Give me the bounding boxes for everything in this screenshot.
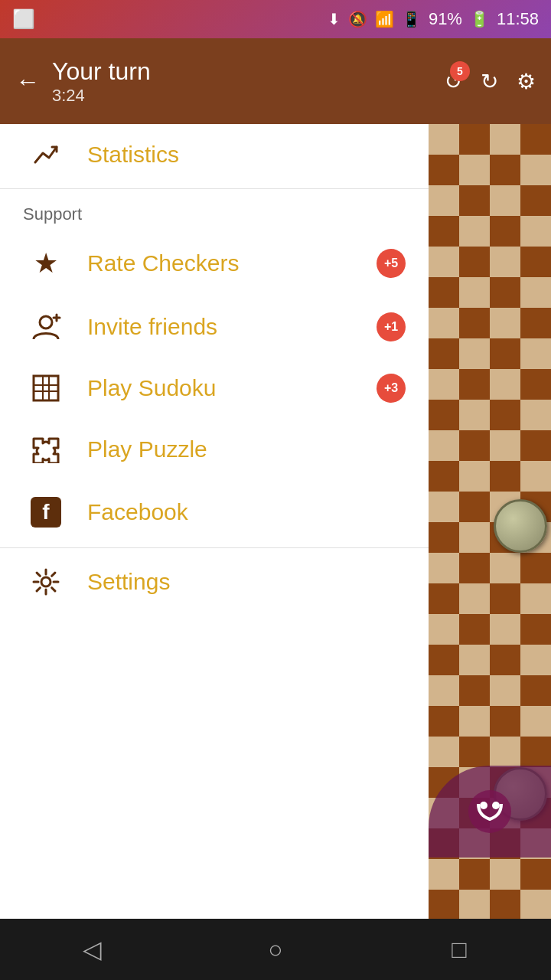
play-puzzle-label: Play Puzzle bbox=[87, 436, 207, 462]
nav-recent-button[interactable]: □ bbox=[429, 919, 490, 980]
mute-icon: 🔕 bbox=[348, 10, 367, 28]
facebook-label: Facebook bbox=[87, 499, 188, 525]
refresh-button[interactable]: ↻ bbox=[481, 69, 498, 94]
wifi-icon: 📶 bbox=[375, 10, 394, 28]
invite-icon bbox=[23, 313, 69, 341]
nav-back-button[interactable]: ◁ bbox=[61, 919, 122, 980]
sudoku-icon bbox=[23, 374, 69, 402]
settings-button[interactable]: ⚙ bbox=[517, 69, 536, 94]
invite-friends-menu-item[interactable]: Invite friends +1 bbox=[0, 296, 429, 358]
app-bar: ← Your turn 3:24 ↺ 5 ↻ ⚙ bbox=[0, 38, 551, 124]
play-sudoku-badge: +3 bbox=[377, 374, 406, 403]
invite-friends-badge: +1 bbox=[377, 312, 406, 341]
app-bar-title-section: Your turn 3:24 bbox=[52, 57, 432, 106]
bluetooth-icon: ⬇ bbox=[328, 10, 341, 28]
divider-1 bbox=[0, 188, 429, 189]
svg-point-10 bbox=[480, 802, 487, 809]
facebook-menu-item[interactable]: f Facebook bbox=[0, 480, 429, 544]
settings-label: Settings bbox=[87, 569, 170, 595]
undo-button[interactable]: ↺ 5 bbox=[445, 69, 462, 94]
svg-point-0 bbox=[40, 316, 52, 328]
battery-icon: 🔋 bbox=[470, 10, 489, 28]
clock: 11:58 bbox=[497, 9, 539, 29]
settings-menu-icon bbox=[23, 568, 69, 596]
play-puzzle-menu-item[interactable]: Play Puzzle bbox=[0, 419, 429, 480]
checker-piece-1 bbox=[494, 499, 547, 553]
svg-point-8 bbox=[41, 577, 51, 586]
puzzle-icon bbox=[23, 436, 69, 463]
refresh-icon: ↻ bbox=[481, 70, 498, 93]
status-bar: ⬜ ⬇ 🔕 📶 📱 91% 🔋 11:58 bbox=[0, 0, 551, 38]
settings-icon: ⚙ bbox=[517, 70, 536, 93]
statistics-icon bbox=[23, 141, 69, 168]
rate-icon: ★ bbox=[23, 247, 69, 279]
back-button[interactable]: ← bbox=[15, 67, 40, 96]
app-bar-actions: ↺ 5 ↻ ⚙ bbox=[445, 69, 536, 94]
svg-point-11 bbox=[492, 802, 500, 809]
play-sudoku-menu-item[interactable]: Play Sudoku +3 bbox=[0, 358, 429, 419]
nav-home-button[interactable]: ○ bbox=[245, 919, 306, 980]
rate-checkers-badge: +5 bbox=[377, 249, 406, 278]
battery-percent: 91% bbox=[429, 9, 462, 29]
svg-point-9 bbox=[468, 790, 511, 833]
svg-rect-3 bbox=[34, 376, 58, 400]
drawer-menu: Statistics Support ★ Rate Checkers +5 In… bbox=[0, 124, 429, 919]
main-content: Statistics Support ★ Rate Checkers +5 In… bbox=[0, 124, 551, 919]
notification-badge: 5 bbox=[450, 61, 470, 81]
nav-recent-icon: □ bbox=[452, 936, 466, 964]
rate-checkers-menu-item[interactable]: ★ Rate Checkers +5 bbox=[0, 230, 429, 296]
statistics-menu-item[interactable]: Statistics bbox=[0, 124, 429, 185]
statistics-label: Statistics bbox=[87, 142, 179, 168]
app-icon: ⬜ bbox=[12, 8, 35, 30]
play-sudoku-label: Play Sudoku bbox=[87, 375, 216, 401]
support-section-label: Support bbox=[0, 192, 429, 230]
game-area bbox=[429, 124, 551, 919]
facebook-icon: f bbox=[23, 497, 69, 528]
sim-icon: 📱 bbox=[402, 10, 421, 28]
divider-2 bbox=[0, 547, 429, 548]
rate-checkers-label: Rate Checkers bbox=[87, 250, 239, 276]
invite-friends-label: Invite friends bbox=[87, 314, 217, 340]
app-bar-title: Your turn bbox=[52, 57, 432, 86]
nav-bar: ◁ ○ □ bbox=[0, 919, 551, 980]
app-bar-subtitle: 3:24 bbox=[52, 86, 432, 106]
nav-home-icon: ○ bbox=[268, 936, 282, 964]
settings-menu-item[interactable]: Settings bbox=[0, 551, 429, 612]
nav-back-icon: ◁ bbox=[83, 935, 102, 964]
